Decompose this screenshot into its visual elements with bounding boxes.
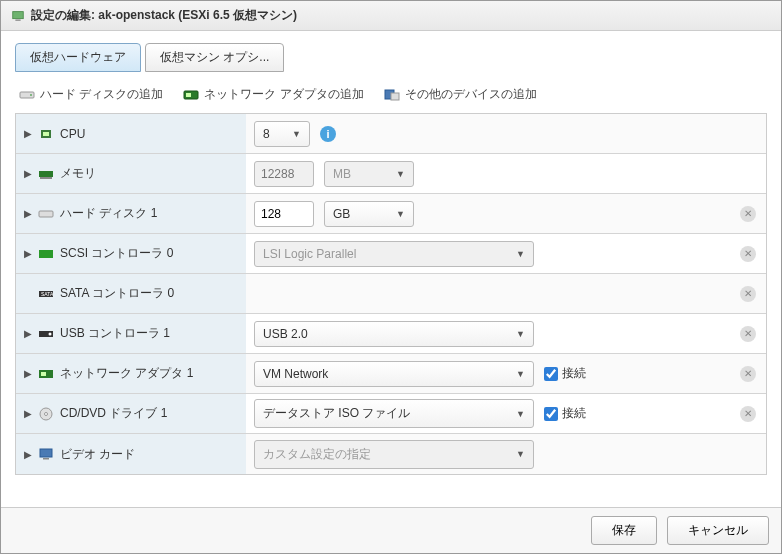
add-other-button[interactable]: その他のデバイスの追加	[384, 86, 537, 103]
dialog-title: 設定の編集: ak-openstack (ESXi 6.5 仮想マシン)	[31, 7, 297, 24]
expand-video[interactable]: ▶	[24, 449, 32, 460]
remove-disk-button[interactable]: ✕	[740, 206, 756, 222]
cancel-button[interactable]: キャンセル	[667, 516, 769, 545]
nic-icon	[183, 88, 199, 102]
toolbar: ハード ディスクの追加 ネットワーク アダプタの追加 その他のデバイスの追加	[15, 78, 767, 113]
video-select[interactable]: カスタム設定の指定▼	[254, 440, 534, 469]
expand-cpu[interactable]: ▶	[24, 128, 32, 139]
titlebar: 設定の編集: ak-openstack (ESXi 6.5 仮想マシン)	[1, 1, 781, 31]
remove-nic-button[interactable]: ✕	[740, 366, 756, 382]
memory-label: メモリ	[60, 165, 96, 182]
tab-vm-options[interactable]: 仮想マシン オプシ...	[145, 43, 284, 72]
svg-point-21	[45, 412, 48, 415]
expand-nic[interactable]: ▶	[24, 368, 32, 379]
svg-rect-23	[43, 458, 49, 460]
svg-rect-5	[186, 93, 191, 97]
disk-unit-select[interactable]: GB▼	[324, 201, 414, 227]
svg-rect-10	[39, 171, 53, 177]
sata-label: SATA コントローラ 0	[60, 285, 174, 302]
disk-size-input[interactable]	[254, 201, 314, 227]
svg-rect-11	[40, 177, 52, 179]
sata-icon: SATA	[38, 287, 54, 301]
remove-sata-button[interactable]: ✕	[740, 286, 756, 302]
memory-icon	[38, 167, 54, 181]
memory-unit-select[interactable]: MB▼	[324, 161, 414, 187]
add-disk-label: ハード ディスクの追加	[40, 86, 163, 103]
scsi-icon	[38, 247, 54, 261]
disk-icon	[19, 88, 35, 102]
nic-network-select[interactable]: VM Network▼	[254, 361, 534, 387]
scsi-type-select[interactable]: LSI Logic Parallel▼	[254, 241, 534, 267]
expand-scsi[interactable]: ▶	[24, 248, 32, 259]
svg-point-3	[30, 94, 32, 96]
cd-label: CD/DVD ドライブ 1	[60, 405, 167, 422]
svg-text:SATA: SATA	[41, 291, 54, 297]
scsi-label: SCSI コントローラ 0	[60, 245, 173, 262]
other-device-icon	[384, 88, 400, 102]
video-icon	[38, 447, 54, 461]
cpu-label: CPU	[60, 127, 85, 141]
cd-icon	[38, 407, 54, 421]
cd-source-select[interactable]: データストア ISO ファイル▼	[254, 399, 534, 428]
cd-connect-checkbox[interactable]: 接続	[544, 405, 586, 422]
usb-type-select[interactable]: USB 2.0▼	[254, 321, 534, 347]
tabs: 仮想ハードウェア 仮想マシン オプシ...	[15, 43, 767, 72]
svg-rect-9	[43, 132, 49, 136]
usb-label: USB コントローラ 1	[60, 325, 170, 342]
svg-point-17	[49, 332, 52, 335]
svg-rect-7	[391, 93, 399, 100]
save-button[interactable]: 保存	[591, 516, 657, 545]
expand-memory[interactable]: ▶	[24, 168, 32, 179]
add-nic-label: ネットワーク アダプタの追加	[204, 86, 363, 103]
add-disk-button[interactable]: ハード ディスクの追加	[19, 86, 163, 103]
usb-icon	[38, 327, 54, 341]
video-label: ビデオ カード	[60, 446, 135, 463]
add-nic-button[interactable]: ネットワーク アダプタの追加	[183, 86, 363, 103]
expand-disk[interactable]: ▶	[24, 208, 32, 219]
nic-connect-checkbox[interactable]: 接続	[544, 365, 586, 382]
cpu-icon	[38, 127, 54, 141]
hardware-table: ▶ CPU 8▼ i ▶ メモリ MB▼	[15, 113, 767, 475]
svg-rect-22	[40, 449, 52, 457]
svg-rect-0	[13, 11, 24, 18]
svg-rect-1	[15, 19, 20, 20]
memory-input	[254, 161, 314, 187]
remove-usb-button[interactable]: ✕	[740, 326, 756, 342]
cpu-select[interactable]: 8▼	[254, 121, 310, 147]
vm-icon	[11, 9, 25, 23]
svg-rect-13	[39, 250, 53, 258]
cpu-info-icon[interactable]: i	[320, 126, 336, 142]
remove-cd-button[interactable]: ✕	[740, 406, 756, 422]
nic-icon	[38, 367, 54, 381]
svg-rect-12	[39, 211, 53, 217]
remove-scsi-button[interactable]: ✕	[740, 246, 756, 262]
footer: 保存 キャンセル	[1, 507, 781, 553]
expand-usb[interactable]: ▶	[24, 328, 32, 339]
disk-icon	[38, 207, 54, 221]
disk-label: ハード ディスク 1	[60, 205, 157, 222]
nic-label: ネットワーク アダプタ 1	[60, 365, 193, 382]
add-other-label: その他のデバイスの追加	[405, 86, 537, 103]
svg-rect-19	[41, 372, 46, 376]
expand-cd[interactable]: ▶	[24, 408, 32, 419]
tab-hardware[interactable]: 仮想ハードウェア	[15, 43, 141, 72]
